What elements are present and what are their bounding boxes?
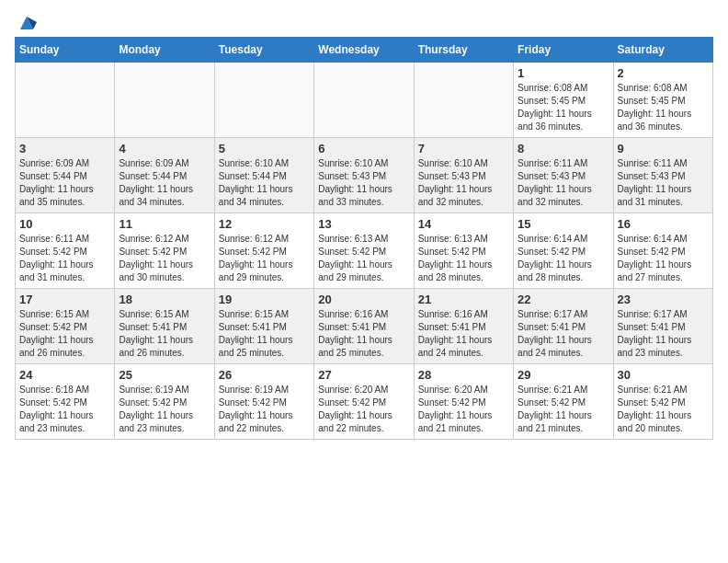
calendar-cell: 10Sunrise: 6:11 AM Sunset: 5:42 PM Dayli…: [16, 213, 115, 289]
calendar-cell: 6Sunrise: 6:10 AM Sunset: 5:43 PM Daylig…: [314, 138, 414, 213]
day-number: 15: [518, 217, 609, 231]
calendar-cell: 13Sunrise: 6:13 AM Sunset: 5:42 PM Dayli…: [314, 213, 414, 289]
day-info: Sunrise: 6:14 AM Sunset: 5:42 PM Dayligh…: [518, 233, 609, 284]
day-number: 30: [618, 368, 709, 382]
day-number: 13: [318, 217, 409, 231]
calendar-cell: [314, 63, 414, 138]
day-info: Sunrise: 6:09 AM Sunset: 5:44 PM Dayligh…: [19, 157, 110, 209]
calendar-cell: 25Sunrise: 6:19 AM Sunset: 5:42 PM Dayli…: [115, 364, 214, 440]
day-info: Sunrise: 6:21 AM Sunset: 5:42 PM Dayligh…: [618, 384, 709, 435]
day-info: Sunrise: 6:12 AM Sunset: 5:42 PM Dayligh…: [119, 233, 210, 284]
day-number: 16: [618, 217, 709, 231]
calendar-cell: 18Sunrise: 6:15 AM Sunset: 5:41 PM Dayli…: [115, 289, 214, 364]
calendar-cell: [214, 63, 313, 138]
calendar-cell: 15Sunrise: 6:14 AM Sunset: 5:42 PM Dayli…: [514, 213, 613, 289]
weekday-header-thursday: Thursday: [414, 38, 513, 63]
day-info: Sunrise: 6:17 AM Sunset: 5:41 PM Dayligh…: [518, 308, 609, 360]
calendar-table: SundayMondayTuesdayWednesdayThursdayFrid…: [15, 37, 713, 440]
calendar-cell: 9Sunrise: 6:11 AM Sunset: 5:43 PM Daylig…: [613, 138, 712, 213]
calendar-cell: 12Sunrise: 6:12 AM Sunset: 5:42 PM Dayli…: [214, 213, 313, 289]
calendar-cell: 11Sunrise: 6:12 AM Sunset: 5:42 PM Dayli…: [115, 213, 214, 289]
calendar-cell: 28Sunrise: 6:20 AM Sunset: 5:42 PM Dayli…: [414, 364, 513, 440]
day-number: 28: [418, 368, 509, 382]
day-info: Sunrise: 6:20 AM Sunset: 5:42 PM Dayligh…: [318, 384, 409, 435]
calendar-cell: 3Sunrise: 6:09 AM Sunset: 5:44 PM Daylig…: [16, 138, 115, 213]
weekday-header-sunday: Sunday: [16, 38, 115, 63]
day-info: Sunrise: 6:10 AM Sunset: 5:44 PM Dayligh…: [219, 157, 310, 209]
day-info: Sunrise: 6:08 AM Sunset: 5:45 PM Dayligh…: [518, 82, 609, 133]
calendar-cell: 16Sunrise: 6:14 AM Sunset: 5:42 PM Dayli…: [613, 213, 712, 289]
calendar-cell: 27Sunrise: 6:20 AM Sunset: 5:42 PM Dayli…: [314, 364, 414, 440]
day-info: Sunrise: 6:11 AM Sunset: 5:43 PM Dayligh…: [518, 157, 609, 209]
calendar-cell: 29Sunrise: 6:21 AM Sunset: 5:42 PM Dayli…: [514, 364, 613, 440]
day-info: Sunrise: 6:15 AM Sunset: 5:41 PM Dayligh…: [119, 308, 210, 360]
day-number: 19: [219, 293, 310, 306]
day-number: 12: [219, 217, 310, 231]
day-info: Sunrise: 6:16 AM Sunset: 5:41 PM Dayligh…: [418, 308, 509, 360]
day-number: 17: [19, 293, 110, 306]
calendar-cell: 20Sunrise: 6:16 AM Sunset: 5:41 PM Dayli…: [314, 289, 414, 364]
day-info: Sunrise: 6:15 AM Sunset: 5:41 PM Dayligh…: [219, 308, 310, 360]
day-info: Sunrise: 6:16 AM Sunset: 5:41 PM Dayligh…: [318, 308, 409, 360]
day-number: 22: [518, 293, 609, 306]
calendar-cell: 23Sunrise: 6:17 AM Sunset: 5:41 PM Dayli…: [613, 289, 712, 364]
calendar-cell: 1Sunrise: 6:08 AM Sunset: 5:45 PM Daylig…: [514, 63, 613, 138]
calendar-cell: 4Sunrise: 6:09 AM Sunset: 5:44 PM Daylig…: [115, 138, 214, 213]
day-info: Sunrise: 6:21 AM Sunset: 5:42 PM Dayligh…: [518, 384, 609, 435]
logo: [15, 15, 37, 29]
day-number: 23: [618, 293, 709, 306]
weekday-header-wednesday: Wednesday: [314, 38, 414, 63]
calendar-cell: 14Sunrise: 6:13 AM Sunset: 5:42 PM Dayli…: [414, 213, 513, 289]
calendar-cell: 17Sunrise: 6:15 AM Sunset: 5:42 PM Dayli…: [16, 289, 115, 364]
day-number: 5: [219, 142, 310, 155]
day-number: 24: [19, 368, 110, 382]
day-info: Sunrise: 6:10 AM Sunset: 5:43 PM Dayligh…: [418, 157, 509, 209]
calendar-cell: 8Sunrise: 6:11 AM Sunset: 5:43 PM Daylig…: [514, 138, 613, 213]
day-info: Sunrise: 6:09 AM Sunset: 5:44 PM Dayligh…: [119, 157, 210, 209]
day-info: Sunrise: 6:17 AM Sunset: 5:41 PM Dayligh…: [618, 308, 709, 360]
day-number: 14: [418, 217, 509, 231]
day-info: Sunrise: 6:14 AM Sunset: 5:42 PM Dayligh…: [618, 233, 709, 284]
weekday-header-monday: Monday: [115, 38, 214, 63]
day-number: 7: [418, 142, 509, 155]
logo-icon: [17, 13, 37, 33]
day-info: Sunrise: 6:08 AM Sunset: 5:45 PM Dayligh…: [618, 82, 709, 133]
calendar-cell: 2Sunrise: 6:08 AM Sunset: 5:45 PM Daylig…: [613, 63, 712, 138]
calendar-cell: 22Sunrise: 6:17 AM Sunset: 5:41 PM Dayli…: [514, 289, 613, 364]
day-number: 11: [119, 217, 210, 231]
day-number: 21: [418, 293, 509, 306]
calendar-cell: 24Sunrise: 6:18 AM Sunset: 5:42 PM Dayli…: [16, 364, 115, 440]
day-number: 2: [618, 66, 709, 80]
calendar-cell: 19Sunrise: 6:15 AM Sunset: 5:41 PM Dayli…: [214, 289, 313, 364]
day-info: Sunrise: 6:10 AM Sunset: 5:43 PM Dayligh…: [318, 157, 409, 209]
calendar-cell: [16, 63, 115, 138]
page-header: [15, 15, 713, 29]
day-number: 29: [518, 368, 609, 382]
calendar-cell: 7Sunrise: 6:10 AM Sunset: 5:43 PM Daylig…: [414, 138, 513, 213]
day-number: 8: [518, 142, 609, 155]
day-info: Sunrise: 6:19 AM Sunset: 5:42 PM Dayligh…: [119, 384, 210, 435]
calendar-cell: 26Sunrise: 6:19 AM Sunset: 5:42 PM Dayli…: [214, 364, 313, 440]
day-number: 3: [19, 142, 110, 155]
day-number: 20: [318, 293, 409, 306]
day-number: 1: [518, 66, 609, 80]
calendar-cell: 21Sunrise: 6:16 AM Sunset: 5:41 PM Dayli…: [414, 289, 513, 364]
day-info: Sunrise: 6:18 AM Sunset: 5:42 PM Dayligh…: [19, 384, 110, 435]
day-info: Sunrise: 6:11 AM Sunset: 5:42 PM Dayligh…: [19, 233, 110, 284]
weekday-header-saturday: Saturday: [613, 38, 712, 63]
calendar-cell: 30Sunrise: 6:21 AM Sunset: 5:42 PM Dayli…: [613, 364, 712, 440]
day-info: Sunrise: 6:13 AM Sunset: 5:42 PM Dayligh…: [418, 233, 509, 284]
weekday-header-friday: Friday: [514, 38, 613, 63]
day-number: 25: [119, 368, 210, 382]
day-number: 26: [219, 368, 310, 382]
calendar-cell: [115, 63, 214, 138]
day-number: 4: [119, 142, 210, 155]
calendar-cell: 5Sunrise: 6:10 AM Sunset: 5:44 PM Daylig…: [214, 138, 313, 213]
day-info: Sunrise: 6:19 AM Sunset: 5:42 PM Dayligh…: [219, 384, 310, 435]
day-info: Sunrise: 6:20 AM Sunset: 5:42 PM Dayligh…: [418, 384, 509, 435]
day-info: Sunrise: 6:15 AM Sunset: 5:42 PM Dayligh…: [19, 308, 110, 360]
day-number: 18: [119, 293, 210, 306]
day-info: Sunrise: 6:12 AM Sunset: 5:42 PM Dayligh…: [219, 233, 310, 284]
day-number: 27: [318, 368, 409, 382]
calendar-cell: [414, 63, 513, 138]
